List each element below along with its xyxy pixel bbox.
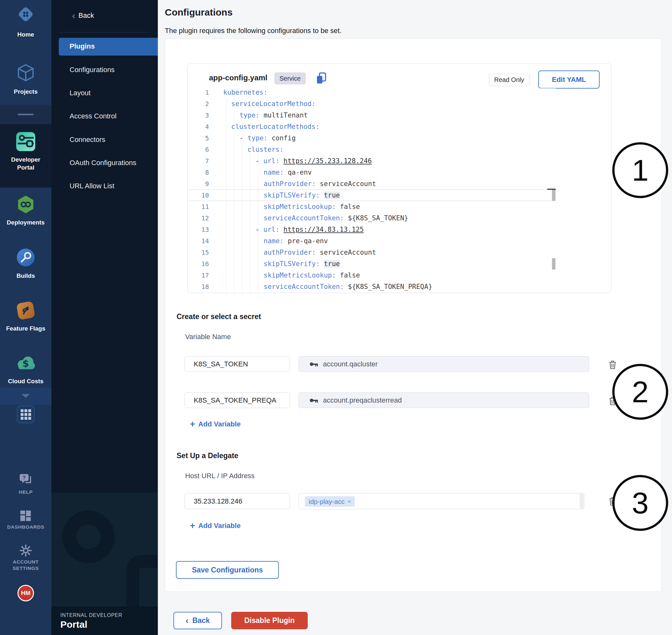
add-variable-button[interactable]: + Add Variable [190, 420, 241, 429]
variable-name-input[interactable]: K8S_SA_TOKEN [185, 356, 290, 372]
sidebar-item-dashboards[interactable] [0, 509, 51, 522]
sidebar-item-cloud-costs[interactable]: $ [0, 353, 51, 373]
yaml-value-highlighted: true [324, 260, 340, 268]
service-badge: Service [275, 72, 306, 85]
subnav-item-url-allow-list[interactable]: URL Allow List [69, 182, 114, 190]
yaml-colon: : [280, 146, 284, 153]
sidebar-item-home-label: Home [0, 30, 51, 38]
line-number: 11 [188, 201, 209, 213]
yaml-dash: - [239, 134, 247, 142]
code-viewport[interactable]: 1 kubernetes: 2 serviceLocatorMethod: 3 … [188, 88, 556, 293]
yaml-colon: : [256, 111, 264, 119]
save-configurations-button[interactable]: Save Configurations [176, 561, 279, 579]
yaml-colon: : [340, 283, 348, 290]
subnav-item-access-control[interactable]: Access Control [69, 112, 116, 121]
tag-field-scrollbar[interactable] [580, 494, 584, 509]
page-subtitle: The plugin requires the following config… [165, 27, 341, 35]
subnav-item-connectors[interactable]: Connectors [69, 136, 105, 144]
circle-search-icon [16, 248, 36, 267]
delegate-tags-field[interactable]: idp-play-acc × [299, 493, 584, 509]
line-number: 7 [188, 155, 209, 167]
subnav-item-plugins[interactable]: Plugins [69, 42, 95, 50]
sidebar-item-builds[interactable] [0, 248, 51, 267]
host-url-value: 35.233.128.246 [194, 497, 242, 505]
key-icon [310, 398, 319, 403]
copy-icon[interactable] [316, 72, 327, 86]
scrollbar-thumb[interactable] [552, 258, 556, 269]
remove-tag-icon[interactable]: × [347, 498, 351, 505]
ring-decoration [62, 510, 115, 563]
sidebar-item-deployments-label: Deployments [0, 218, 51, 226]
host-url-input[interactable]: 35.233.128.246 [185, 493, 290, 509]
module-picker-button[interactable] [17, 406, 35, 423]
delegate-heading: Set Up a Delegate [177, 452, 238, 460]
variable-name-input[interactable]: K8S_SA_TOKEN_PREQA [185, 392, 290, 408]
sidebar-item-help[interactable]: ? [0, 473, 51, 486]
add-delegate-button[interactable]: + Add Variable [190, 521, 241, 530]
sidebar-item-home[interactable] [0, 4, 51, 24]
yaml-url-value[interactable]: https://34.83.13.125 [284, 226, 364, 233]
read-only-label: Read Only [494, 76, 524, 84]
sliders-icon [15, 131, 36, 152]
home-icon [16, 4, 36, 24]
sidebar-item-account-settings[interactable] [0, 544, 51, 557]
yaml-value: ${K8S_SA_TOKEN_PREQA} [348, 283, 433, 290]
annotation-circle-3: 3 [612, 475, 668, 531]
yaml-key: kubernetes [223, 89, 263, 96]
line-number: 5 [188, 132, 209, 144]
yaml-colon: : [316, 260, 324, 268]
yaml-value: ${K8S_SA_TOKEN} [348, 214, 408, 222]
secrets-heading: Create or select a secret [177, 312, 261, 321]
yaml-key: clusterLocatorMethods [231, 123, 316, 131]
subnav-back-label: Back [79, 12, 94, 20]
code-line: 13 - url: https://34.83.13.125 [188, 224, 556, 235]
subnav-back-button[interactable]: ‹ Back [72, 12, 94, 20]
delete-variable-button[interactable] [608, 360, 617, 370]
code-line: 5 - type: config [188, 132, 556, 144]
yaml-colon: : [316, 192, 324, 199]
line-number: 3 [188, 110, 209, 121]
plus-icon: + [190, 521, 195, 530]
subnav-item-oauth-configurations[interactable]: OAuth Configurations [69, 159, 136, 167]
sidebar-item-developer-portal-label: Developer Portal [0, 156, 51, 172]
delegate-tag-chip[interactable]: idp-play-acc × [305, 496, 355, 507]
disable-plugin-button[interactable]: Disable Plugin [231, 612, 308, 629]
sidebar-item-projects[interactable] [0, 63, 51, 83]
sidebar-item-deployments[interactable] [0, 194, 51, 215]
edit-yaml-label: Edit YAML [552, 75, 586, 84]
yaml-colon: : [264, 134, 272, 142]
scrollbar-thumb[interactable] [552, 190, 556, 201]
cube-icon [17, 63, 35, 83]
back-button[interactable]: ‹ Back [173, 612, 222, 629]
code-line: 4 clusterLocatorMethods: [188, 121, 556, 132]
collapse-handle[interactable] [18, 114, 34, 115]
chevron-left-icon: ‹ [186, 617, 188, 624]
sidebar-item-developer-portal[interactable] [0, 131, 51, 152]
cloud-dollar-icon: $ [15, 353, 36, 373]
sidebar-item-feature-flags[interactable] [0, 300, 51, 321]
yaml-colon: : [316, 123, 320, 131]
yaml-key: skipTLSVerify [264, 192, 316, 199]
sidebar-item-dashboards-label: DASHBOARDS [0, 524, 51, 530]
yaml-value: qa-env [288, 169, 312, 176]
secret-select-field[interactable]: account.qacluster [299, 356, 589, 372]
yaml-key: serviceAccountToken [264, 283, 340, 290]
subnav-item-layout[interactable]: Layout [69, 89, 90, 97]
yaml-colon: : [280, 169, 288, 176]
secret-select-field[interactable]: account.preqaclusterread [299, 392, 589, 408]
annotation-number: 1 [632, 153, 649, 188]
yaml-url-value[interactable]: https://35.233.128.246 [284, 157, 372, 165]
sidebar-chevron-row[interactable] [0, 388, 51, 405]
sidebar-item-account-settings-label: ACCOUNT SETTINGS [0, 559, 51, 571]
app-window: Home Projects [0, 0, 672, 635]
user-avatar[interactable]: HM [18, 585, 34, 601]
yaml-key: serviceAccountToken [264, 214, 340, 222]
yaml-key: type [247, 134, 264, 142]
edit-yaml-button[interactable]: Edit YAML [538, 70, 600, 89]
code-line-current: 10 skipTLSVerify: true [188, 190, 556, 201]
yaml-key: name [264, 169, 280, 176]
secret-ref-value: account.preqaclusterread [323, 396, 402, 404]
avatar-initials: HM [21, 590, 30, 597]
yaml-filename: app-config.yaml [209, 73, 267, 82]
subnav-item-configurations[interactable]: Configurations [69, 66, 115, 74]
